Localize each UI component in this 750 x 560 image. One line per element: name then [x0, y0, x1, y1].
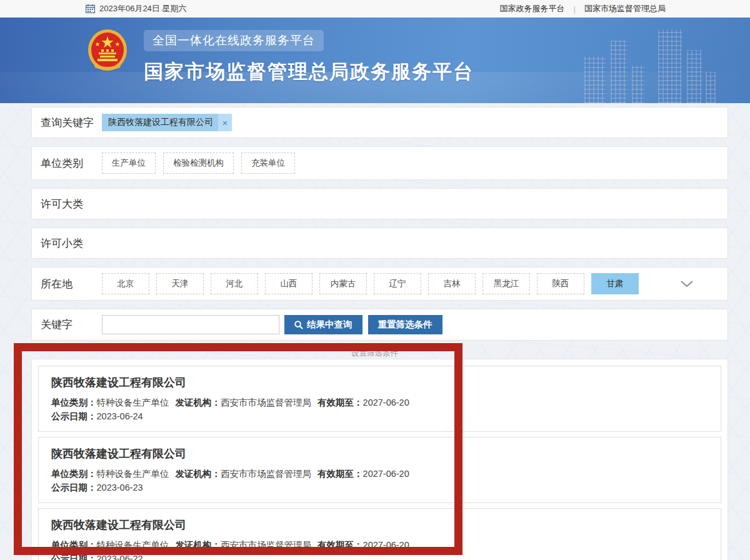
- unit-type-field-label: 单位类别：: [51, 469, 97, 479]
- province-button-heilongjiang[interactable]: 黑龙江: [482, 273, 530, 294]
- result-meta-line: 单位类别：特种设备生产单位 发证机构：西安市市场监督管理局 有效期至：2027-…: [51, 467, 708, 481]
- current-date: 2023年06月24日 星期六: [99, 3, 186, 14]
- results-panel: 陕西牧落建设工程有限公司 单位类别：特种设备生产单位 发证机构：西安市市场监督管…: [31, 359, 728, 560]
- keyword-input[interactable]: [102, 315, 279, 334]
- filter-row-keyword-search: 关键字 结果中查询 重置筛选条件: [31, 309, 728, 341]
- publish-date-value: 2023-06-24: [97, 411, 143, 421]
- date-display: 2023年06月24日 星期六: [86, 3, 186, 14]
- province-button-hebei[interactable]: 河北: [211, 273, 258, 294]
- valid-field-label: 有效期至：: [318, 540, 363, 550]
- issuer-field-label: 发证机构：: [176, 469, 221, 479]
- result-title: 陕西牧落建设工程有限公司: [51, 446, 708, 461]
- province-button-gansu-selected[interactable]: 甘肃: [591, 273, 639, 294]
- query-keyword-label: 查询关键字: [41, 116, 102, 130]
- search-icon: [294, 321, 303, 329]
- close-icon[interactable]: ×: [218, 114, 232, 131]
- calendar-icon: [86, 4, 95, 13]
- unit-type-option-filling[interactable]: 充装单位: [241, 152, 295, 174]
- result-publish-line: 公示日期：2023-06-24: [51, 409, 708, 423]
- issuer-value: 西安市市场监督管理局: [221, 469, 311, 479]
- unit-type-option-production[interactable]: 生产单位: [102, 152, 156, 174]
- banner-subtitle: 全国一体化在线政务服务平台: [144, 30, 324, 51]
- result-publish-line: 公示日期：2023-06-22: [51, 552, 708, 560]
- province-button-shanxi[interactable]: 山西: [265, 273, 312, 294]
- valid-field-label: 有效期至：: [318, 469, 363, 479]
- province-button-neimenggu[interactable]: 内蒙古: [319, 273, 367, 294]
- national-emblem-icon: [88, 29, 128, 72]
- filter-row-license-minor: 许可小类: [31, 228, 728, 259]
- unit-type-value: 特种设备生产单位: [97, 469, 169, 479]
- keyword-label: 关键字: [41, 318, 102, 332]
- result-card-1[interactable]: 陕西牧落建设工程有限公司 单位类别：特种设备生产单位 发证机构：西安市市场监督管…: [38, 366, 721, 432]
- result-meta-line: 单位类别：特种设备生产单位 发证机构：西安市市场监督管理局 有效期至：2027-…: [51, 538, 708, 552]
- banner-title: 国家市场监督管理总局政务服务平台: [144, 59, 474, 85]
- link-national-gov-platform[interactable]: 国家政务服务平台: [500, 3, 565, 14]
- license-minor-label: 许可小类: [41, 236, 102, 251]
- province-button-shaanxi[interactable]: 陕西: [537, 273, 584, 294]
- search-in-results-button[interactable]: 结果中查询: [284, 315, 362, 334]
- valid-until-value: 2027-06-20: [363, 469, 409, 479]
- province-button-liaoning[interactable]: 辽宁: [374, 273, 421, 294]
- publish-field-label: 公示日期：: [51, 554, 97, 560]
- location-label: 所在地: [41, 277, 102, 291]
- publish-date-value: 2023-06-23: [97, 482, 143, 492]
- site-banner: 全国一体化在线政务服务平台 国家市场监督管理总局政务服务平台: [0, 18, 750, 103]
- province-button-beijing[interactable]: 北京: [102, 273, 149, 294]
- publish-date-value: 2023-06-22: [97, 554, 143, 560]
- unit-type-value: 特种设备生产单位: [97, 398, 169, 408]
- reset-filters-button[interactable]: 重置筛选条件: [368, 315, 442, 334]
- filter-row-unit-type: 单位类别 生产单位 检验检测机构 充装单位: [31, 146, 728, 180]
- issuer-field-label: 发证机构：: [176, 398, 221, 408]
- unit-type-field-label: 单位类别：: [51, 540, 97, 550]
- province-button-tianjin[interactable]: 天津: [156, 273, 204, 294]
- link-samr[interactable]: 国家市场监督管理总局: [584, 3, 666, 14]
- result-card-2[interactable]: 陕西牧落建设工程有限公司 单位类别：特种设备生产单位 发证机构：西安市市场监督管…: [38, 437, 721, 503]
- publish-field-label: 公示日期：: [51, 482, 97, 492]
- result-publish-line: 公示日期：2023-06-23: [51, 481, 708, 494]
- filter-row-location: 所在地 北京 天津 河北 山西 内蒙古 辽宁 吉林 黑龙江 陕西 甘肃: [31, 267, 728, 301]
- top-bar: 2023年06月24日 星期六 国家政务服务平台 | 国家市场监督管理总局: [0, 0, 750, 18]
- partially-hidden-text: 设置筛选条件: [351, 349, 728, 358]
- result-card-3[interactable]: 陕西牧落建设工程有限公司 单位类别：特种设备生产单位 发证机构：西安市市场监督管…: [38, 508, 721, 560]
- result-title: 陕西牧落建设工程有限公司: [51, 375, 708, 390]
- province-button-jilin[interactable]: 吉林: [428, 273, 476, 294]
- reset-button-label: 重置筛选条件: [378, 319, 432, 331]
- unit-type-value: 特种设备生产单位: [97, 540, 169, 550]
- unit-type-label: 单位类别: [41, 156, 102, 171]
- publish-field-label: 公示日期：: [51, 411, 97, 421]
- valid-until-value: 2027-06-20: [363, 398, 409, 408]
- search-button-label: 结果中查询: [307, 319, 352, 331]
- keyword-tag-text: 陕西牧落建设工程有限公司: [102, 114, 218, 131]
- unit-type-field-label: 单位类别：: [51, 398, 97, 408]
- filter-row-license-major: 许可大类: [31, 188, 728, 219]
- city-skyline-graphic: [584, 18, 716, 103]
- unit-type-option-inspection[interactable]: 检验检测机构: [163, 152, 234, 174]
- filter-row-query-keyword: 查询关键字 陕西牧落建设工程有限公司 ×: [31, 107, 728, 138]
- result-meta-line: 单位类别：特种设备生产单位 发证机构：西安市市场监督管理局 有效期至：2027-…: [51, 396, 708, 409]
- topbar-separator: |: [574, 4, 576, 14]
- valid-field-label: 有效期至：: [318, 398, 363, 408]
- main-content: 查询关键字 陕西牧落建设工程有限公司 × 单位类别 生产单位 检验检测机构 充装…: [31, 107, 728, 560]
- license-major-label: 许可大类: [41, 197, 102, 211]
- issuer-value: 西安市市场监督管理局: [221, 398, 311, 408]
- chevron-down-icon[interactable]: [680, 280, 694, 288]
- issuer-field-label: 发证机构：: [176, 540, 221, 550]
- issuer-value: 西安市市场监督管理局: [221, 540, 311, 550]
- result-title: 陕西牧落建设工程有限公司: [51, 518, 708, 532]
- valid-until-value: 2027-06-20: [363, 540, 409, 550]
- keyword-tag: 陕西牧落建设工程有限公司 ×: [102, 114, 232, 131]
